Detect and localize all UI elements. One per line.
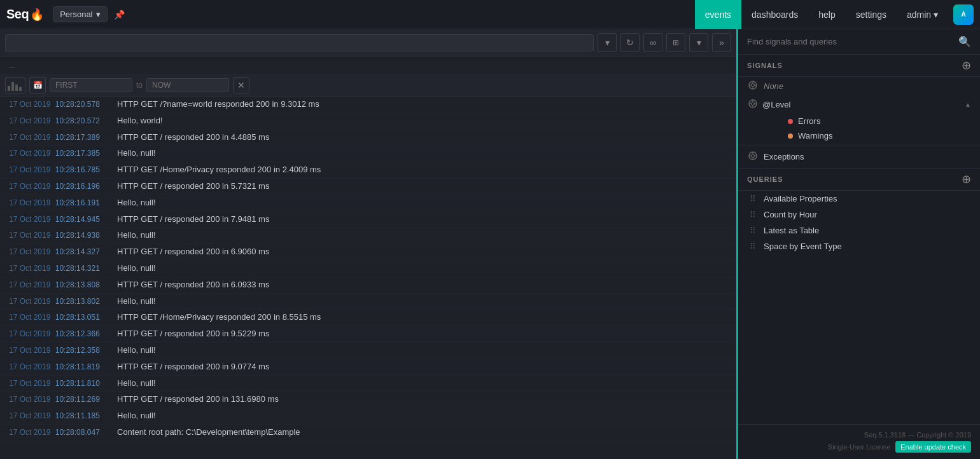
log-row[interactable]: 17 Oct 2019 10:28:16.191 Hello, null! <box>0 195 736 212</box>
signal-exceptions[interactable]: Exceptions <box>738 147 980 168</box>
log-timestamp: 17 Oct 2019 10:28:08.047 <box>9 427 117 439</box>
signal-none-label: None <box>764 81 783 91</box>
log-message: Hello, world! <box>117 114 163 128</box>
logo-flame: 🔥 <box>30 8 44 22</box>
queries-add-button[interactable]: ⊕ <box>962 174 971 185</box>
queries-section: QUERIES ⊕ ⠿ Available Properties ⠿ Count… <box>738 168 980 424</box>
log-message: Hello, null! <box>117 344 156 357</box>
log-message: HTTP GET / responded 200 in 7.9481 ms <box>117 213 269 226</box>
query-latest-as-table[interactable]: ⠿ Latest as Table <box>738 223 980 238</box>
log-timestamp: 17 Oct 2019 10:28:14.327 <box>9 246 117 258</box>
signal-level-label: @Level <box>762 100 790 109</box>
query-space-by-event-type[interactable]: ⠿ Space by Event Type <box>738 238 980 254</box>
footer-version: Seq 5.1.3118 — Copyright © 2019 <box>747 431 971 439</box>
query-available-properties[interactable]: ⠿ Available Properties <box>738 191 980 207</box>
query-label-count-by-hour: Count by Hour <box>764 210 817 219</box>
calendar-button[interactable]: 📅 <box>29 77 46 93</box>
signal-group-level-header[interactable]: @Level ▲ <box>738 95 980 114</box>
nav-link-settings[interactable]: settings <box>846 0 897 29</box>
log-message: Hello, null! <box>117 147 156 160</box>
log-row[interactable]: 17 Oct 2019 10:28:14.938 Hello, null! <box>0 228 736 244</box>
log-message: Hello, null! <box>117 262 156 275</box>
log-row[interactable]: 17 Oct 2019 10:28:11.819 HTTP GET / resp… <box>0 359 736 376</box>
log-message: Hello, null! <box>117 196 156 210</box>
time-to-input[interactable] <box>146 78 229 92</box>
signal-none[interactable]: None <box>738 77 980 95</box>
log-row[interactable]: 17 Oct 2019 10:28:13.051 HTTP GET /Home/… <box>0 310 736 326</box>
enable-update-check-button[interactable]: Enable update check <box>895 441 971 453</box>
log-row[interactable]: 17 Oct 2019 10:28:12.366 HTTP GET / resp… <box>0 326 736 343</box>
signal-errors-label: Errors <box>798 116 820 126</box>
workspace-button[interactable]: Personal ▾ <box>53 6 107 22</box>
log-row[interactable]: 17 Oct 2019 10:28:17.385 Hello, null! <box>0 146 736 162</box>
log-row[interactable]: 17 Oct 2019 10:28:11.810 Hello, null! <box>0 376 736 392</box>
query-count-by-hour[interactable]: ⠿ Count by Hour <box>738 207 980 223</box>
logo-text: Seq <box>6 7 29 22</box>
log-row[interactable]: 17 Oct 2019 10:28:14.945 HTTP GET / resp… <box>0 212 736 228</box>
log-message: HTTP GET / responded 200 in 4.4885 ms <box>117 131 269 144</box>
time-from-input[interactable] <box>50 78 132 92</box>
log-timestamp: 17 Oct 2019 10:28:20.572 <box>9 115 117 127</box>
right-panel: 🔍 SIGNALS ⊕ None <box>738 29 980 459</box>
log-timestamp: 17 Oct 2019 10:28:11.810 <box>9 378 117 390</box>
signal-warnings[interactable]: Warnings <box>738 128 980 143</box>
view-toggle-button[interactable]: ⊞ <box>666 33 685 52</box>
log-row[interactable]: 17 Oct 2019 10:28:14.321 Hello, null! <box>0 261 736 277</box>
nav-link-help[interactable]: help <box>808 0 845 29</box>
log-row[interactable]: 17 Oct 2019 10:28:17.389 HTTP GET / resp… <box>0 130 736 146</box>
signal-level-radio-icon <box>747 99 759 111</box>
signals-search-bar: 🔍 <box>738 29 980 55</box>
log-timestamp: 17 Oct 2019 10:28:17.389 <box>9 132 117 144</box>
log-row[interactable]: 17 Oct 2019 10:28:16.196 HTTP GET / resp… <box>0 179 736 195</box>
chart-icon[interactable] <box>5 77 25 93</box>
queries-section-title: QUERIES <box>747 175 783 183</box>
log-timestamp: 17 Oct 2019 10:28:17.385 <box>9 147 117 160</box>
svg-point-1 <box>752 84 755 87</box>
time-to-label: to <box>136 81 143 90</box>
log-row[interactable]: 17 Oct 2019 10:28:11.269 HTTP GET / resp… <box>0 392 736 408</box>
log-row[interactable]: 17 Oct 2019 10:28:20.578 HTTP GET /?name… <box>0 97 736 113</box>
log-container: 17 Oct 2019 10:28:20.578 HTTP GET /?name… <box>0 97 736 459</box>
signal-group-collapse-button[interactable]: ▲ <box>965 101 971 108</box>
log-row[interactable]: 17 Oct 2019 10:28:11.185 Hello, null! <box>0 408 736 425</box>
refresh-button[interactable]: ↻ <box>620 33 640 52</box>
log-message: HTTP GET / responded 200 in 6.0933 ms <box>117 278 269 292</box>
expand-button[interactable]: » <box>712 33 731 52</box>
signals-search-input[interactable] <box>747 37 953 46</box>
query-label-available-properties: Available Properties <box>764 194 837 203</box>
signals-search-icon-button[interactable]: 🔍 <box>958 36 971 48</box>
log-row[interactable]: 17 Oct 2019 10:28:20.572 Hello, world! <box>0 113 736 130</box>
log-row[interactable]: 17 Oct 2019 10:28:13.808 HTTP GET / resp… <box>0 277 736 294</box>
signals-section-title: SIGNALS <box>747 62 783 69</box>
time-bar: 📅 to ✕ <box>0 74 736 97</box>
log-timestamp: 17 Oct 2019 10:28:11.185 <box>9 410 117 422</box>
log-timestamp: 17 Oct 2019 10:28:11.819 <box>9 361 117 373</box>
log-timestamp: 17 Oct 2019 10:28:16.196 <box>9 181 117 193</box>
pin-button[interactable]: 📌 <box>111 7 127 22</box>
signal-errors[interactable]: Errors <box>738 114 980 128</box>
search-bar: ▾ ↻ ∞ ⊞ ▾ » <box>0 29 736 57</box>
log-message: Hello, null! <box>117 295 156 308</box>
nav-link-dashboards[interactable]: dashboards <box>741 0 808 29</box>
log-row[interactable]: 17 Oct 2019 10:28:13.802 Hello, null! <box>0 294 736 310</box>
more-button[interactable]: ▾ <box>689 33 708 52</box>
nav-link-admin[interactable]: admin ▾ <box>897 0 948 29</box>
nav-link-events[interactable]: events <box>695 0 741 29</box>
log-message: HTTP GET /Home/Privacy responded 200 in … <box>117 311 321 324</box>
search-dropdown-button[interactable]: ▾ <box>598 33 617 52</box>
errors-dot-icon <box>788 119 793 124</box>
log-timestamp: 17 Oct 2019 10:28:20.578 <box>9 99 117 111</box>
signals-add-button[interactable]: ⊕ <box>962 60 971 71</box>
log-row[interactable]: 17 Oct 2019 10:28:12.358 Hello, null! <box>0 343 736 359</box>
log-message: HTTP GET / responded 200 in 9.0774 ms <box>117 360 269 374</box>
link-button[interactable]: ∞ <box>643 33 662 52</box>
time-clear-button[interactable]: ✕ <box>233 77 249 93</box>
log-timestamp: 17 Oct 2019 10:28:12.366 <box>9 328 117 340</box>
log-row[interactable]: 17 Oct 2019 10:28:16.785 HTTP GET /Home/… <box>0 162 736 179</box>
log-timestamp: 17 Oct 2019 10:28:12.358 <box>9 345 117 357</box>
log-row[interactable]: 17 Oct 2019 10:28:08.047 Content root pa… <box>0 425 736 441</box>
search-input[interactable] <box>5 34 594 51</box>
log-timestamp: 17 Oct 2019 10:28:14.321 <box>9 263 117 275</box>
signal-none-radio-icon <box>747 80 759 92</box>
log-row[interactable]: 17 Oct 2019 10:28:14.327 HTTP GET / resp… <box>0 244 736 261</box>
